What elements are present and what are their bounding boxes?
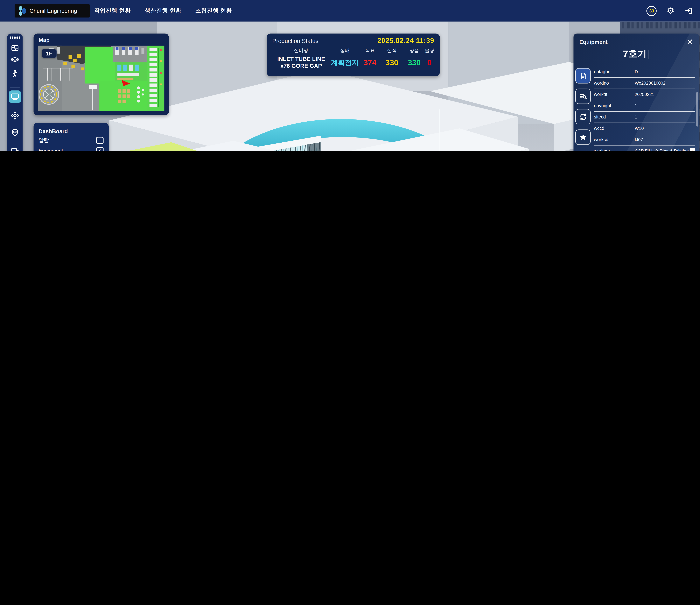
minimap-floor-badge: 1F	[42, 49, 57, 58]
equipment-name-cell: INLET TUBE LINE x76 GORE GAP	[272, 56, 330, 69]
sidebar-divider	[10, 87, 20, 88]
refresh-button[interactable]	[575, 109, 591, 124]
good-cell: 330	[404, 58, 425, 67]
logout-icon[interactable]	[684, 6, 693, 15]
cube-icon[interactable]	[10, 56, 20, 64]
pin-icon[interactable]	[10, 128, 20, 137]
equipment-detail-row: sitecd 1	[594, 112, 695, 123]
close-icon[interactable]: ✕	[687, 38, 693, 46]
monitor-tool-active[interactable]	[9, 91, 21, 103]
status-cell: 계획정지	[330, 58, 360, 67]
equipment-panel-title: Equipment	[579, 39, 607, 45]
logo-hexagons-icon	[18, 5, 27, 17]
top-navigation-bar: Chunil Engineering 작업진행 현황 생산진행 현황 조립진행 …	[0, 0, 700, 22]
app-title: Chunil Engineering	[29, 8, 77, 14]
drag-handle[interactable]	[10, 37, 20, 39]
map-panel: Map	[33, 33, 169, 115]
production-table-header: 설비명상태목표실적양품불량	[272, 47, 434, 54]
document-button[interactable]	[575, 68, 591, 83]
tool-sidebar	[7, 33, 23, 151]
dashboard-panel: DashBoard 알람 Equipment 라이브러리	[33, 123, 109, 151]
notification-badge[interactable]: 33	[647, 6, 657, 16]
list-search-button[interactable]	[575, 89, 591, 104]
app-root: 설비명 진행율 알람 발생 시간 엔지니어링(주)	[0, 0, 700, 151]
person-icon[interactable]	[10, 69, 20, 78]
map-panel-title: Map	[33, 33, 169, 45]
production-title: Production Status	[272, 38, 318, 45]
dpad-icon[interactable]	[10, 111, 20, 120]
main-menu: 작업진행 현황 생산진행 현황 조립진행 현황	[94, 0, 232, 22]
scrollbar[interactable]	[696, 92, 698, 151]
equipment-name-field[interactable]: 7호기|	[573, 48, 699, 60]
actual-cell: 330	[380, 58, 404, 67]
dashboard-layer-list: 알람 Equipment 라이브러리	[39, 136, 104, 151]
production-table-row: INLET TUBE LINE x76 GORE GAP 계획정지 374 33…	[272, 56, 434, 69]
layer-checkbox[interactable]	[96, 137, 104, 144]
nav-menu-item[interactable]: 조립진행 현황	[195, 7, 232, 15]
equipment-detail-row: workcd IJ07	[594, 134, 695, 146]
equipment-detail-row: workdt 20250221	[594, 89, 695, 100]
bad-cell: 0	[425, 58, 434, 67]
equipment-detail-row: wccd W10	[594, 123, 695, 134]
target-cell: 374	[360, 58, 380, 67]
equipment-detail-row: datagbn D	[594, 66, 695, 78]
equipment-detail-list: datagbn D wordno Wo2023010002 workdt 202…	[594, 66, 695, 151]
app-logo[interactable]: Chunil Engineering	[15, 4, 90, 18]
nav-menu-item[interactable]: 작업진행 현황	[94, 7, 131, 15]
dashboard-layer-row: 알람	[39, 136, 104, 145]
production-status-panel: Production Status 2025.02.24 11:39 설비명상태…	[267, 33, 440, 76]
minimap-image	[38, 46, 165, 111]
equipment-detail-row: daynight 1	[594, 100, 695, 112]
equipment-toolbar	[575, 68, 591, 145]
nav-menu-item[interactable]: 생산진행 현황	[145, 7, 181, 15]
star-button[interactable]	[575, 129, 591, 145]
video-icon[interactable]	[10, 146, 20, 151]
equipment-panel: Equipment ✕ 7호기|	[573, 33, 699, 151]
equipment-detail-row: wordno Wo2023010002	[594, 78, 695, 89]
layer-checkbox[interactable]	[96, 147, 104, 151]
floorplan-icon[interactable]	[10, 44, 20, 53]
dashboard-layer-row: Equipment	[39, 145, 104, 151]
minimap[interactable]	[38, 46, 165, 111]
gear-icon[interactable]: ⚙	[667, 6, 675, 15]
production-datetime: 2025.02.24 11:39	[377, 37, 434, 45]
worknm-checkbox[interactable]	[690, 148, 695, 151]
equipment-detail-row: worknm CAP FILL O-Ring & Printing	[594, 145, 695, 151]
dashboard-title: DashBoard	[39, 128, 68, 134]
